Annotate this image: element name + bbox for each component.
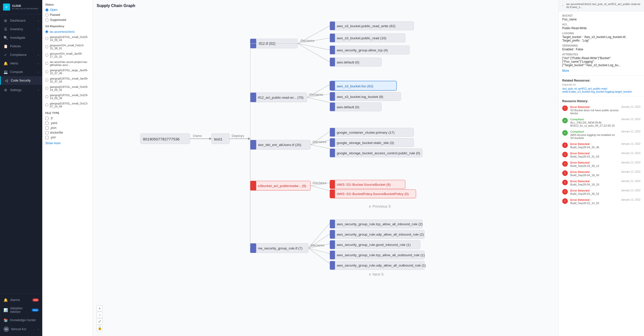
svg-text:Deploys: Deploys — [232, 134, 244, 138]
svg-rect-42 — [330, 34, 335, 42]
svg-rect-39 — [330, 22, 335, 30]
depends-on-value: /acl_pub_rd_wr/tf12_acl_public-read-writ… — [562, 87, 640, 93]
filetype-json[interactable]: .json — [45, 126, 89, 130]
sidebar-item-label: Policies — [10, 45, 21, 48]
history-item: !Error DetectedBuild_Sep28-03_31_03Janua… — [562, 152, 640, 158]
zoom-lock-button[interactable]: 🔒 — [97, 325, 103, 331]
history-item: !Error DetectedBuild_Sep28-04_18_43Janua… — [562, 170, 640, 177]
chevron-icon: › — [38, 71, 39, 73]
graph-area[interactable]: Supply Chain Graph 80190507782777536 Own… — [93, 0, 558, 336]
sidebar-item-settings[interactable]: ⚙ Settings › — [0, 86, 42, 94]
history-desc: Build_Sep28-04_20_46 — [570, 146, 619, 149]
sidebar-item-policies[interactable]: 📋 Policies — [0, 42, 42, 51]
repo-label: ginuyen/GH_small_Jan09-17_25_31 — [50, 52, 89, 58]
repo-item-8[interactable]: giangng5187/GL_small_Oct29-14_09_39 — [45, 93, 89, 100]
filetype-tf[interactable]: .tf — [45, 117, 89, 120]
history-status: Error Detected — [570, 189, 619, 192]
svg-text:aws_security_group_rule.udp_al: aws_security_group_rule.udp_allow_all_ou… — [337, 264, 426, 267]
repo-item-3[interactable]: ginuyen/GH_small_Jan09-17_25_31 — [45, 52, 89, 59]
zoom-fit-button[interactable]: ⤢ — [97, 318, 103, 324]
history-item: !Error DetectedS3 Bucket does not have p… — [562, 105, 640, 115]
history-date: January 12, 2022 — [621, 142, 640, 145]
svg-text:aws_s3_bucket.foo  (62): aws_s3_bucket.foo (62) — [337, 84, 373, 88]
history-content: Error DetectedBuild_Sep28-04_18_19 — [570, 180, 619, 186]
history-item: !Error DetectedBuild_Sep28-03_39_12Janua… — [562, 161, 640, 167]
logging-label: Logging — [562, 32, 640, 35]
repo-item-4[interactable]: iac-azure/iac-azure-project-iac-github/i… — [45, 60, 89, 67]
repo-item-1[interactable]: giangng5187/GL_small_Oct29-14_09_43 — [45, 35, 89, 42]
repo-item-9[interactable]: giangng5187/GL_small_Oct13-07_24_49 — [45, 101, 89, 108]
sidebar-item-alarms[interactable]: 🔔 Alarms 116 — [0, 296, 42, 304]
resource-details: Bucket Foo_name ACL Public-Read-Write Lo… — [559, 11, 644, 76]
history-desc: Build_Sep28-04_18_43 — [570, 174, 619, 177]
username: Nimrod Kor — [11, 327, 26, 331]
svg-text:s3bucket_acl_publicreadw... (9: s3bucket_acl_publicreadw... (9) — [258, 184, 306, 188]
bucket-value: Foo_name — [562, 18, 640, 21]
filetype-yaml[interactable]: .yaml — [45, 121, 89, 125]
sidebar-item-dashboard[interactable]: ⊞ Dashboard › — [0, 16, 42, 25]
sidebar-item-compliance[interactable]: ✓ Compliance › — [0, 51, 42, 59]
history-content: Error DetectedS3 Bucket does not have pu… — [570, 105, 619, 115]
error-icon: ! — [562, 142, 568, 148]
more-link[interactable]: More — [562, 69, 569, 72]
chevron-icon: › — [38, 19, 39, 22]
history-content: CompliantALL_FIELDS_NEW-RUN-BUILD_bc_ui_… — [570, 118, 619, 127]
filetype-label: .yaml — [50, 121, 57, 125]
filetype-dockerfile[interactable]: dockerfile — [45, 131, 89, 134]
git-repo-list: iac-azure/test1/test1 giangng5187/GL_sma… — [45, 30, 89, 108]
zoom-in-button[interactable]: + — [97, 305, 103, 311]
sidebar-item-inventory[interactable]: ☰ Inventory › — [0, 25, 42, 33]
filetype-yml[interactable]: .yml — [45, 136, 89, 139]
repo-label: iac-azure/iac-azure-project-iac-github/i… — [50, 60, 89, 66]
svg-rect-13 — [250, 93, 256, 102]
chevron-icon: › — [38, 54, 39, 56]
repo-item-0[interactable]: iac-azure/test1/test1 — [45, 30, 89, 34]
dashboard-icon: ⊞ — [4, 19, 8, 23]
svg-text:stor_bkt_ent_allUsers.tf  (20): stor_bkt_ent_allUsers.tf (20) — [258, 143, 301, 147]
bucket-label: Bucket — [562, 14, 640, 17]
resource-history-section: Resource History: !Error DetectedS3 Buck… — [559, 96, 644, 211]
svg-rect-83 — [330, 190, 335, 198]
supply-chain-graph-svg[interactable]: 80190507782777536 Owns test1 Deploys tf1… — [93, 0, 558, 336]
investigate-icon: 🔍 — [4, 36, 8, 40]
sidebar-item-knowledge-center[interactable]: 📚 Knowledge Center — [0, 316, 42, 324]
sidebar-item-label: Settings — [10, 88, 21, 92]
repo-item-2[interactable]: ginguyen/GH_small_Feb14-15_38_01 — [45, 43, 89, 50]
status-passed[interactable]: Passed — [45, 13, 89, 17]
main-content: Supply Chain Graph 80190507782777536 Own… — [93, 0, 558, 336]
svg-text:aws_security_group_rule.good_i: aws_security_group_rule.good_inbound_rul… — [337, 243, 411, 247]
inventory-icon: ☰ — [4, 27, 8, 31]
repo-item-6[interactable]: giangng5187/GL_small_Jan09-15_37_43 — [45, 77, 89, 84]
svg-rect-80 — [330, 180, 335, 189]
history-content: Error DetectedBuild_Sep28-03_28_52 — [570, 189, 619, 195]
logging-value: Target_bucket : 'Aws_s3_bucket.Log_bucke… — [562, 35, 640, 42]
svg-rect-19 — [250, 181, 256, 191]
sidebar-item-adoption-advisor[interactable]: 📊 Adoption Advisor New — [0, 304, 42, 316]
status-suppressed[interactable]: Suppressed — [45, 18, 89, 22]
svg-rect-16 — [250, 140, 256, 150]
compliance-icon: ✓ — [4, 53, 8, 57]
svg-text:aws_s3_bucket.public_read  (16: aws_s3_bucket.public_read (16) — [337, 36, 386, 40]
sidebar-item-investigate[interactable]: 🔍 Investigate — [0, 33, 42, 42]
sidebar-item-label: Alarms — [10, 298, 20, 302]
repo-item-5[interactable]: giangng5187/GL_large_Jan09-15_37_49 — [45, 68, 89, 75]
show-more-link[interactable]: Show more — [45, 141, 61, 145]
repo-label: ginguyen/GH_small_Feb14-15_38_01 — [50, 44, 89, 50]
user-row[interactable]: NK Nimrod Kor › — [0, 324, 42, 334]
svg-text:google_container_cluster.prima: google_container_cluster.primary (17) — [337, 131, 395, 134]
status-open[interactable]: Open — [45, 8, 89, 12]
error-icon: ! — [562, 180, 568, 185]
svg-text:∨ Next 5: ∨ Next 5 — [369, 272, 384, 276]
svg-rect-22 — [250, 243, 256, 253]
sidebar-item-code-security[interactable]: ◁ Code Security — [0, 76, 42, 85]
history-status: Error Detected — [570, 180, 619, 183]
sidebar-item-alerts[interactable]: 🔔 Alerts › — [0, 59, 42, 68]
repo-label: iac-azure/test1/test1 — [50, 30, 75, 33]
collapse-button[interactable]: ‹ — [562, 4, 563, 7]
sidebar-item-compute[interactable]: 💻 Compute › — [0, 68, 42, 76]
depends-on-label: Depends on — [562, 83, 640, 86]
zoom-out-button[interactable]: − — [97, 312, 103, 318]
repo-item-7[interactable]: giangng5187/GL_small_Oct29-14_09_32 — [45, 85, 89, 92]
svg-text:tf12_acl_public-read-wr... (70: tf12_acl_public-read-wr... (70) — [258, 96, 303, 99]
svg-text:80190507782777536: 80190507782777536 — [143, 137, 180, 141]
